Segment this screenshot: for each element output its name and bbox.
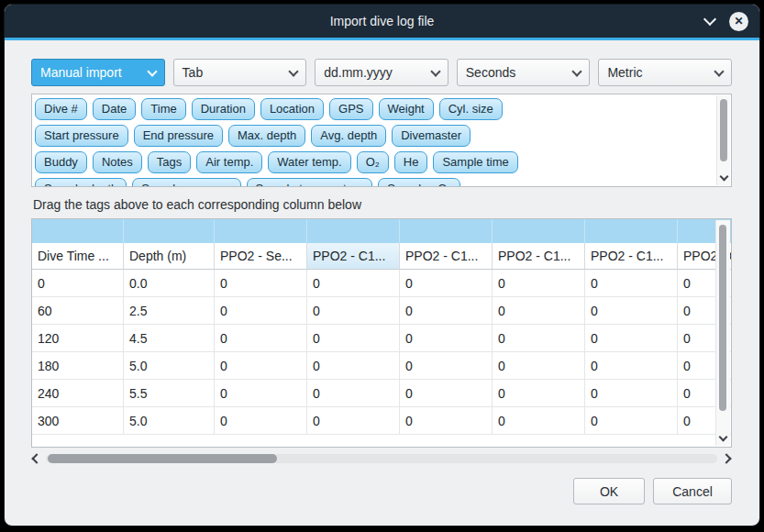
table-cell: 0: [307, 352, 400, 380]
tag-pill[interactable]: Notes: [93, 151, 142, 173]
tag-pill[interactable]: Date: [93, 98, 136, 120]
tag-row: Sample depthSample pressureSample temper…: [35, 178, 713, 187]
tag-pill[interactable]: Duration: [192, 98, 255, 120]
tag-pill[interactable]: Sample pO₂: [378, 178, 460, 187]
table-cell: 0: [493, 352, 585, 380]
close-button[interactable]: ✕: [729, 12, 748, 31]
tag-pill[interactable]: Divemaster: [392, 125, 471, 147]
scroll-down-icon[interactable]: [720, 172, 729, 182]
table-cell: 0: [307, 380, 400, 407]
scrollbar-handle[interactable]: [719, 225, 726, 411]
table-hscrollbar[interactable]: [31, 452, 732, 465]
column-header[interactable]: PPO2 - Se...: [215, 243, 307, 270]
column-header[interactable]: Depth (m): [124, 243, 215, 270]
tag-pill[interactable]: GPS: [329, 98, 372, 120]
table-cell: 0: [400, 270, 493, 297]
date-format-select[interactable]: dd.mm.yyyy: [315, 59, 448, 86]
tag-pill[interactable]: Sample time: [433, 151, 517, 173]
chevron-down-icon: [147, 66, 157, 76]
table-cell: 0: [215, 297, 307, 325]
table-cell: 5.0: [124, 352, 215, 380]
table-cell: 120: [32, 325, 124, 352]
table-row: 1805.0000000: [32, 352, 732, 380]
import-type-select[interactable]: Manual import: [31, 59, 165, 86]
scroll-right-icon[interactable]: [721, 453, 731, 463]
units-value: Metric: [607, 65, 642, 80]
tag-pill[interactable]: Cyl. size: [439, 98, 503, 120]
table-cell: 0: [493, 297, 585, 325]
table-cell: 0: [307, 297, 400, 325]
chevron-down-icon: [714, 66, 724, 76]
tag-pill[interactable]: Sample pressure: [132, 178, 240, 187]
tag-pill[interactable]: Water temp.: [268, 151, 350, 173]
tag-pill[interactable]: Sample temperature: [247, 178, 373, 187]
table-cell: 0: [400, 352, 493, 380]
tag-pill[interactable]: He: [394, 151, 428, 173]
column-drop-target[interactable]: [400, 219, 493, 243]
column-header[interactable]: Dive Time ...: [32, 243, 124, 270]
hscroll-handle[interactable]: [48, 454, 277, 463]
tag-pill[interactable]: Avg. depth: [311, 125, 386, 147]
dialog-buttons: OK Cancel: [31, 478, 732, 504]
tag-pill[interactable]: End pressure: [134, 125, 223, 147]
column-drop-target[interactable]: [32, 219, 124, 243]
tag-pill[interactable]: Time: [141, 98, 185, 120]
hscroll-track[interactable]: [46, 454, 717, 463]
column-header[interactable]: PPO2 - C1...: [585, 243, 678, 270]
table-cell: 0: [493, 407, 585, 435]
table-cell: 0: [215, 270, 307, 297]
titlebar[interactable]: Import dive log file ✕: [5, 5, 759, 38]
scrollbar-handle[interactable]: [720, 99, 727, 161]
dialog-content: Manual import Tab dd.mm.yyyy Seconds Met…: [5, 40, 759, 504]
table-cell: 0: [32, 270, 124, 297]
column-header[interactable]: PPO2 - C1...: [400, 243, 493, 270]
scroll-down-icon[interactable]: [719, 433, 728, 442]
units-select[interactable]: Metric: [598, 59, 732, 86]
chevron-down-icon: [572, 66, 582, 76]
column-drop-target[interactable]: [493, 219, 585, 243]
tag-pill[interactable]: Buddy: [35, 151, 87, 173]
table-cell: 0: [585, 407, 678, 435]
ok-button[interactable]: OK: [573, 478, 645, 504]
duration-format-value: Seconds: [466, 65, 515, 80]
table-cell: 0: [493, 270, 585, 297]
column-drop-target[interactable]: [124, 219, 215, 243]
cancel-button[interactable]: Cancel: [653, 478, 732, 504]
tag-pill[interactable]: Weight: [379, 98, 434, 120]
scroll-left-icon[interactable]: [31, 453, 41, 463]
column-header[interactable]: PPO2 - C1...: [307, 243, 400, 270]
drop-target-row: [32, 219, 732, 243]
table-cell: 0: [215, 407, 307, 435]
tag-pill[interactable]: Tags: [148, 151, 191, 173]
field-separator-value: Tab: [183, 65, 204, 80]
column-drop-target[interactable]: [307, 219, 400, 243]
column-drop-target[interactable]: [585, 219, 678, 243]
tag-pill[interactable]: Dive #: [35, 98, 87, 120]
table-vscrollbar[interactable]: [715, 220, 730, 446]
tag-pill[interactable]: Start pressure: [35, 125, 128, 147]
table-row: 3005.0000000: [32, 407, 732, 435]
tag-area-scrollbar[interactable]: [716, 95, 730, 185]
table-cell: 0: [307, 325, 400, 352]
table-cell: 0: [493, 325, 585, 352]
table-cell: 0: [585, 297, 678, 325]
window-menu-chevron-icon[interactable]: [703, 13, 716, 26]
tag-pill[interactable]: Air temp.: [196, 151, 262, 173]
table-cell: 240: [32, 380, 124, 407]
table-cell: 180: [32, 352, 124, 380]
duration-format-select[interactable]: Seconds: [457, 59, 591, 86]
table-cell: 0: [585, 325, 678, 352]
field-separator-select[interactable]: Tab: [173, 59, 307, 86]
table-cell: 0: [215, 352, 307, 380]
table-cell: 0: [307, 270, 400, 297]
tag-pill[interactable]: O₂: [357, 151, 389, 173]
titlebar-controls: ✕: [705, 5, 748, 38]
tag-pill[interactable]: Sample depth: [35, 178, 127, 187]
table-cell: 60: [32, 297, 124, 325]
tag-pill[interactable]: Max. depth: [228, 125, 305, 147]
tag-pill[interactable]: Location: [260, 98, 324, 120]
column-header[interactable]: PPO2 - C1...: [493, 243, 585, 270]
close-icon: ✕: [734, 15, 743, 28]
table-cell: 0: [307, 407, 400, 435]
column-drop-target[interactable]: [215, 219, 307, 243]
